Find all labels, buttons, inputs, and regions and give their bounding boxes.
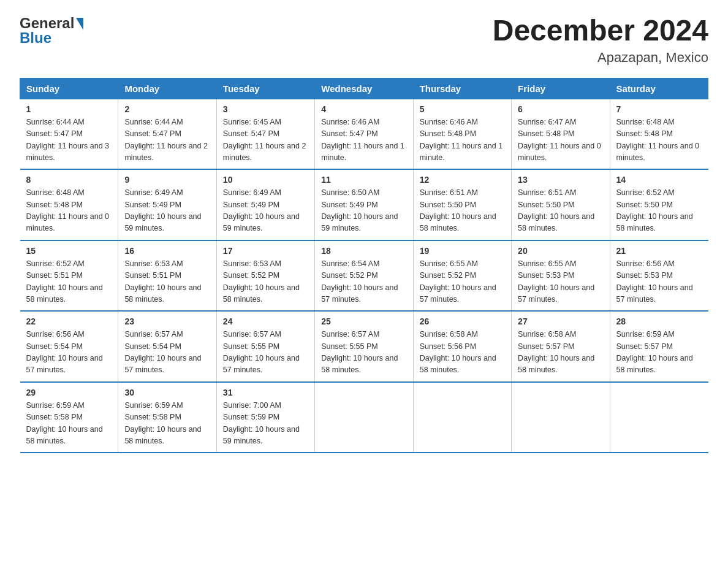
week-row-2: 8 Sunrise: 6:48 AMSunset: 5:48 PMDayligh…: [20, 169, 708, 240]
day-cell: 24 Sunrise: 6:57 AMSunset: 5:55 PMDaylig…: [216, 311, 314, 382]
day-number: 6: [518, 104, 603, 114]
day-info: Sunrise: 6:51 AMSunset: 5:50 PMDaylight:…: [518, 188, 594, 232]
day-cell: 12 Sunrise: 6:51 AMSunset: 5:50 PMDaylig…: [413, 169, 511, 240]
day-cell: [413, 382, 511, 453]
day-number: 29: [26, 388, 112, 397]
day-number: 10: [223, 175, 308, 185]
day-number: 3: [223, 104, 308, 114]
header-day-sunday: Sunday: [20, 78, 118, 99]
day-cell: 27 Sunrise: 6:58 AMSunset: 5:57 PMDaylig…: [512, 311, 610, 382]
day-info: Sunrise: 6:55 AMSunset: 5:53 PMDaylight:…: [518, 259, 594, 304]
day-number: 23: [124, 316, 210, 326]
day-cell: 19 Sunrise: 6:55 AMSunset: 5:52 PMDaylig…: [413, 240, 511, 312]
day-info: Sunrise: 6:44 AMSunset: 5:47 PMDaylight:…: [124, 118, 208, 162]
week-row-5: 29 Sunrise: 6:59 AMSunset: 5:58 PMDaylig…: [20, 382, 708, 453]
header-day-friday: Friday: [512, 78, 610, 99]
header-row: SundayMondayTuesdayWednesdayThursdayFrid…: [20, 78, 708, 99]
day-cell: 31 Sunrise: 7:00 AMSunset: 5:59 PMDaylig…: [216, 382, 314, 453]
header-day-tuesday: Tuesday: [216, 78, 314, 99]
day-info: Sunrise: 6:53 AMSunset: 5:52 PMDaylight:…: [223, 259, 300, 304]
day-number: 1: [26, 104, 112, 114]
day-cell: 21 Sunrise: 6:56 AMSunset: 5:53 PMDaylig…: [610, 240, 708, 312]
day-number: 13: [518, 175, 603, 185]
day-cell: [610, 382, 708, 453]
page-header: General Blue December 2024 Apazapan, Mex…: [20, 15, 708, 66]
day-cell: 26 Sunrise: 6:58 AMSunset: 5:56 PMDaylig…: [413, 311, 511, 382]
header-day-monday: Monday: [118, 78, 216, 99]
header-day-wednesday: Wednesday: [315, 78, 413, 99]
day-info: Sunrise: 6:46 AMSunset: 5:47 PMDaylight:…: [321, 118, 404, 162]
day-number: 17: [223, 246, 308, 256]
day-cell: 16 Sunrise: 6:53 AMSunset: 5:51 PMDaylig…: [118, 240, 216, 312]
day-number: 22: [26, 316, 112, 326]
day-number: 5: [420, 104, 505, 114]
day-number: 26: [420, 316, 505, 326]
title-block: December 2024 Apazapan, Mexico: [493, 15, 708, 66]
day-info: Sunrise: 6:53 AMSunset: 5:51 PMDaylight:…: [124, 259, 201, 304]
day-cell: 6 Sunrise: 6:47 AMSunset: 5:48 PMDayligh…: [512, 99, 610, 169]
day-number: 16: [124, 246, 210, 256]
day-number: 4: [321, 104, 406, 114]
week-row-1: 1 Sunrise: 6:44 AMSunset: 5:47 PMDayligh…: [20, 99, 708, 169]
day-info: Sunrise: 6:48 AMSunset: 5:48 PMDaylight:…: [616, 118, 700, 162]
logo-blue-text: Blue: [20, 29, 51, 47]
day-info: Sunrise: 6:48 AMSunset: 5:48 PMDaylight:…: [26, 188, 110, 232]
day-number: 14: [616, 175, 702, 185]
header-day-thursday: Thursday: [413, 78, 511, 99]
day-info: Sunrise: 7:00 AMSunset: 5:59 PMDaylight:…: [223, 401, 300, 445]
day-cell: 30 Sunrise: 6:59 AMSunset: 5:58 PMDaylig…: [118, 382, 216, 453]
day-cell: 9 Sunrise: 6:49 AMSunset: 5:49 PMDayligh…: [118, 169, 216, 240]
day-cell: 8 Sunrise: 6:48 AMSunset: 5:48 PMDayligh…: [20, 169, 118, 240]
day-cell: 5 Sunrise: 6:46 AMSunset: 5:48 PMDayligh…: [413, 99, 511, 169]
week-row-3: 15 Sunrise: 6:52 AMSunset: 5:51 PMDaylig…: [20, 240, 708, 312]
day-info: Sunrise: 6:49 AMSunset: 5:49 PMDaylight:…: [124, 188, 201, 232]
day-number: 12: [420, 175, 505, 185]
day-info: Sunrise: 6:57 AMSunset: 5:55 PMDaylight:…: [223, 330, 300, 374]
day-number: 27: [518, 316, 603, 326]
day-number: 24: [223, 316, 308, 326]
day-info: Sunrise: 6:49 AMSunset: 5:49 PMDaylight:…: [223, 188, 300, 232]
day-number: 31: [223, 388, 308, 397]
calendar-table: SundayMondayTuesdayWednesdayThursdayFrid…: [20, 78, 708, 454]
day-info: Sunrise: 6:58 AMSunset: 5:57 PMDaylight:…: [518, 330, 594, 374]
day-number: 18: [321, 246, 406, 256]
day-cell: 7 Sunrise: 6:48 AMSunset: 5:48 PMDayligh…: [610, 99, 708, 169]
day-info: Sunrise: 6:54 AMSunset: 5:52 PMDaylight:…: [321, 259, 398, 304]
day-info: Sunrise: 6:58 AMSunset: 5:56 PMDaylight:…: [420, 330, 496, 374]
day-cell: 29 Sunrise: 6:59 AMSunset: 5:58 PMDaylig…: [20, 382, 118, 453]
day-info: Sunrise: 6:59 AMSunset: 5:57 PMDaylight:…: [616, 330, 693, 374]
location-title: Apazapan, Mexico: [493, 50, 708, 66]
day-number: 8: [26, 175, 112, 185]
month-title: December 2024: [493, 15, 708, 47]
day-info: Sunrise: 6:47 AMSunset: 5:48 PMDaylight:…: [518, 118, 601, 162]
week-row-4: 22 Sunrise: 6:56 AMSunset: 5:54 PMDaylig…: [20, 311, 708, 382]
day-info: Sunrise: 6:45 AMSunset: 5:47 PMDaylight:…: [223, 118, 306, 162]
logo: General Blue: [20, 15, 83, 47]
day-cell: 23 Sunrise: 6:57 AMSunset: 5:54 PMDaylig…: [118, 311, 216, 382]
day-info: Sunrise: 6:59 AMSunset: 5:58 PMDaylight:…: [124, 401, 201, 445]
day-cell: 1 Sunrise: 6:44 AMSunset: 5:47 PMDayligh…: [20, 99, 118, 169]
day-info: Sunrise: 6:46 AMSunset: 5:48 PMDaylight:…: [420, 118, 503, 162]
day-cell: 11 Sunrise: 6:50 AMSunset: 5:49 PMDaylig…: [315, 169, 413, 240]
day-info: Sunrise: 6:52 AMSunset: 5:51 PMDaylight:…: [26, 259, 103, 304]
day-number: 15: [26, 246, 112, 256]
day-number: 20: [518, 246, 603, 256]
day-cell: 25 Sunrise: 6:57 AMSunset: 5:55 PMDaylig…: [315, 311, 413, 382]
day-cell: 2 Sunrise: 6:44 AMSunset: 5:47 PMDayligh…: [118, 99, 216, 169]
day-cell: 10 Sunrise: 6:49 AMSunset: 5:49 PMDaylig…: [216, 169, 314, 240]
day-number: 9: [124, 175, 210, 185]
day-info: Sunrise: 6:57 AMSunset: 5:55 PMDaylight:…: [321, 330, 398, 374]
day-cell: 13 Sunrise: 6:51 AMSunset: 5:50 PMDaylig…: [512, 169, 610, 240]
day-info: Sunrise: 6:57 AMSunset: 5:54 PMDaylight:…: [124, 330, 201, 374]
day-info: Sunrise: 6:44 AMSunset: 5:47 PMDaylight:…: [26, 118, 110, 162]
day-cell: 14 Sunrise: 6:52 AMSunset: 5:50 PMDaylig…: [610, 169, 708, 240]
day-cell: 4 Sunrise: 6:46 AMSunset: 5:47 PMDayligh…: [315, 99, 413, 169]
day-cell: 28 Sunrise: 6:59 AMSunset: 5:57 PMDaylig…: [610, 311, 708, 382]
day-number: 28: [616, 316, 702, 326]
day-cell: 18 Sunrise: 6:54 AMSunset: 5:52 PMDaylig…: [315, 240, 413, 312]
day-number: 19: [420, 246, 505, 256]
day-number: 11: [321, 175, 406, 185]
day-info: Sunrise: 6:56 AMSunset: 5:53 PMDaylight:…: [616, 259, 693, 304]
day-cell: 15 Sunrise: 6:52 AMSunset: 5:51 PMDaylig…: [20, 240, 118, 312]
logo-triangle-icon: [76, 18, 83, 30]
